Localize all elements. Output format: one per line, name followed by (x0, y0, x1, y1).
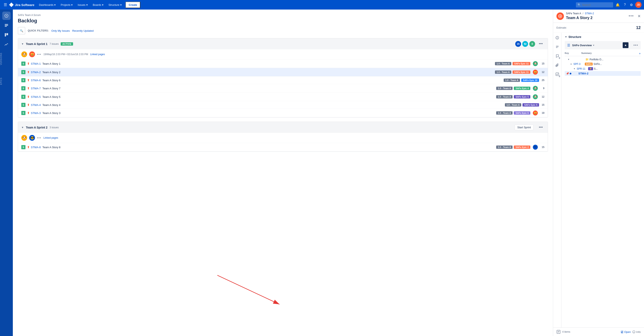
logo-diamond (9, 3, 14, 7)
structure-more-button[interactable]: ••• (634, 43, 638, 47)
struct-summary-spf3: SAFe... (594, 63, 641, 66)
issue-epic-tag: SAFe Epic 10 (521, 79, 539, 82)
issue-tags-stma7: 1.0 - Team A SAFe Epic 4 🐶 9 (496, 86, 544, 91)
search-input[interactable] (576, 2, 613, 8)
panel-estimate: Estimate: 12 (553, 23, 644, 33)
struct-chevron: ▾ (574, 67, 577, 70)
svg-rect-5 (5, 33, 6, 37)
structure-view-chevron[interactable]: ▾ (593, 44, 594, 47)
add-row-button[interactable]: + (639, 52, 641, 55)
open-icon (620, 330, 624, 333)
structure-table: Key Summary + ▾ 📁 Portfolio O... (565, 51, 641, 76)
issue-assignee: 🐶 (533, 61, 538, 66)
nav-projects[interactable]: Projects ▾ (58, 2, 75, 8)
sidebar-item-board[interactable] (2, 31, 10, 39)
sprint2-section: ▼ Team A Sprint 2 3 issues Start Sprint … (18, 122, 548, 152)
sidebar-item-compass[interactable] (2, 12, 10, 20)
struct-row-spr11[interactable]: ▾ SPR-11 ⚡ S... (565, 66, 641, 71)
comment-count: 0 (558, 57, 560, 59)
panel-more-button[interactable]: ••• (629, 14, 634, 18)
issue-points: 15 (540, 62, 544, 65)
epics-tab[interactable]: EPICS (0, 76, 2, 86)
panel-checklist-icon[interactable]: 0 (554, 71, 560, 78)
struct-summary-spr11: S... (594, 67, 641, 70)
struct-key-stma2[interactable]: STMA-2 (578, 72, 592, 75)
filter-my-issues[interactable]: Only My Issues (51, 29, 70, 32)
filter-recently-updated[interactable]: Recently Updated (72, 29, 94, 32)
issue-epic-tag: SAFe Epic 5 (522, 103, 539, 107)
issue-key-stma1[interactable]: STMA-1 (31, 62, 41, 65)
search-icon: 🔍 (20, 29, 24, 32)
issue-type-icon: S (21, 103, 26, 107)
issue-points: 9 (540, 87, 544, 90)
issue-summary-stma2: Team A Story 2 (42, 71, 495, 74)
issue-key-stma4[interactable]: STMA-4 (31, 103, 41, 107)
sprint2-meta-more[interactable]: ••• (37, 136, 42, 139)
issue-row-stma3[interactable]: S ⬆ STMA-3 Team A Story 3 1.0 - Team A S… (18, 109, 548, 117)
nav-boards[interactable]: Boards ▾ (91, 2, 106, 8)
sprint2-header[interactable]: ▼ Team A Sprint 2 3 issues Start Sprint … (18, 122, 548, 133)
struct-key-spr11[interactable]: SPR-11 (577, 67, 588, 70)
settings-icon[interactable]: ⚙ (628, 2, 634, 8)
open-link[interactable]: Open (620, 330, 631, 333)
issue-priority-icon: ⬆ (27, 79, 30, 82)
status-dot (570, 73, 571, 74)
help-icon[interactable]: ? (622, 2, 628, 8)
issue-points: 12 (540, 71, 544, 74)
sprint1-more-button[interactable]: ••• (537, 41, 544, 47)
structure-toggle[interactable]: ▼ Structure (565, 35, 641, 39)
user-avatar[interactable]: JD (635, 2, 642, 8)
struct-row-spf3[interactable]: ▾ SPF-3 SAFe SAFe... (565, 62, 641, 66)
issue-row-stma5[interactable]: S ⬆ STMA-5 Team A Story 5 1.0 - Team A S… (18, 93, 548, 101)
nav-structure[interactable]: Structure ▾ (106, 2, 124, 8)
issue-row-stma2[interactable]: S ⬆ STMA-2 Team A Story 2 1.0 - Team A S… (18, 68, 548, 76)
panel-attachment-icon[interactable] (554, 62, 560, 68)
table-header: Key Summary + (565, 51, 641, 56)
issue-key-stma8[interactable]: STMA-8 (31, 146, 41, 149)
issue-epic-tag: SAFe Epic 6 (514, 111, 530, 115)
issue-key-stma3[interactable]: STMA-3 (31, 111, 41, 115)
sprint1-header[interactable]: ▼ Team A Sprint 1 7 issues ACTIVE 15 92 … (18, 38, 548, 49)
issue-tags-stma5: 1.0 - Team A SAFe Epic 5 🐶 12 (496, 94, 544, 99)
create-button[interactable]: Create (126, 2, 140, 8)
panel-list-icon[interactable] (554, 44, 560, 50)
hamburger-menu[interactable]: ☰ (2, 1, 8, 8)
sprint1-meta-more[interactable]: ••• (37, 53, 42, 56)
versions-tab[interactable]: VERSIONS (0, 51, 2, 67)
issue-row-stma6[interactable]: S ⬆ STMA-6 Team A Story 6 1.0 - Team A S… (18, 76, 548, 84)
sprint2-more-button[interactable]: ••• (537, 124, 544, 130)
struct-row-stma2[interactable]: 📌 STMA-2 (565, 71, 641, 76)
issue-version-tag: 1.0 - Team A (496, 111, 513, 115)
struct-key-spf3[interactable]: SPF-3 (574, 63, 585, 66)
issue-row-stma7[interactable]: S ⬆ STMA-7 Team A Story 7 1.0 - Team A S… (18, 84, 548, 93)
panel-close-button[interactable]: ✕ (638, 14, 641, 19)
sprint2-linked-pages[interactable]: Linked pages (44, 136, 58, 139)
sprint2-avatar1: 🐶 (21, 135, 27, 141)
issue-version-tag: 1.0 - Team A (495, 62, 512, 65)
sprint1-date-range: 19/May/16 2:03 PM • 02/Jun/16 2:03 PM (44, 53, 88, 56)
structure-star-button[interactable]: ★ (623, 42, 628, 48)
issue-summary-stma5: Team A Story 5 (42, 95, 496, 98)
nav-dashboards[interactable]: Dashboards ▾ (37, 2, 58, 8)
panel-issue-link[interactable]: STMA-2 (585, 12, 594, 15)
start-sprint-button[interactable]: Start Sprint (514, 125, 534, 130)
notifications-icon[interactable]: 🔔 (614, 2, 622, 8)
issue-key-stma2[interactable]: STMA-2 (31, 71, 41, 74)
issue-type-icon: S (21, 86, 26, 90)
sprint1-linked-pages[interactable]: Linked pages (90, 53, 105, 56)
panel-comment-icon[interactable]: 0 (554, 53, 560, 59)
issue-row-stma1[interactable]: S ⬆ STMA-1 Team A Story 1 1.0 - Team A S… (18, 60, 548, 68)
sidebar-item-reports[interactable] (2, 40, 10, 49)
issue-key-stma6[interactable]: STMA-6 (31, 79, 41, 82)
issue-row-stma4[interactable]: S ⬆ STMA-4 Team A Story 4 1.0 - Team A S… (18, 101, 548, 109)
filter-search-button[interactable]: 🔍 (18, 27, 25, 34)
issue-epic-tag: SAFe Epic 11 (512, 70, 530, 74)
sidebar-item-backlog[interactable] (2, 21, 10, 30)
nav-issues[interactable]: Issues ▾ (76, 2, 90, 8)
info-link[interactable]: i Info (632, 330, 641, 333)
issue-key-stma7[interactable]: STMA-7 (31, 87, 41, 90)
panel-info-icon[interactable]: i (554, 34, 560, 41)
issue-row-stma8[interactable]: S ⬆ STMA-8 Team A Story 8 1.0 - Team A S… (18, 143, 548, 151)
struct-row-portfolio[interactable]: ▾ 📁 Portfolio O... (565, 57, 641, 62)
issue-key-stma5[interactable]: STMA-5 (31, 95, 41, 98)
